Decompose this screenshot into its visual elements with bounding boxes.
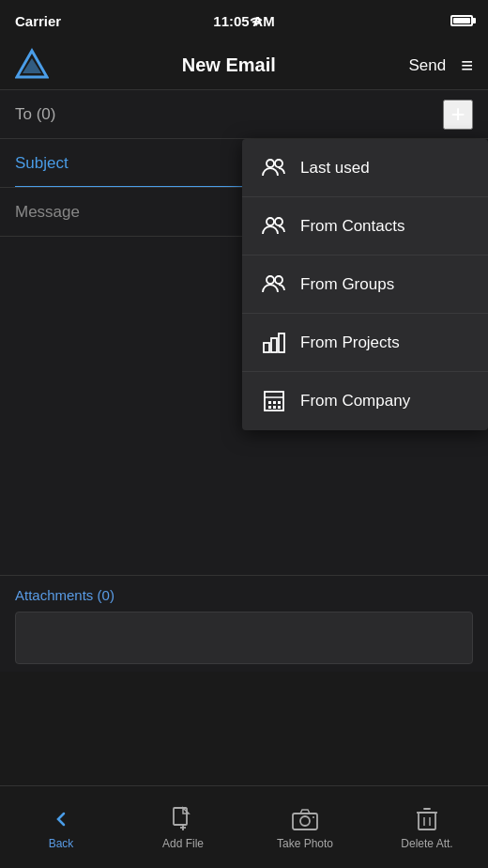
battery-icon [450, 15, 473, 26]
dropdown-item-label-from-projects: From Projects [300, 333, 400, 352]
attachments-label: Attachments (0) [15, 587, 114, 603]
camera-icon [291, 805, 319, 833]
back-icon [47, 805, 75, 833]
menu-icon[interactable]: ≡ [461, 54, 473, 78]
add-file-label: Add File [162, 837, 204, 850]
page-title: New Email [182, 54, 276, 76]
people-icon [261, 155, 287, 181]
to-label: To (0) [15, 105, 55, 124]
groups-icon [261, 271, 287, 298]
svg-rect-9 [271, 338, 277, 352]
dropdown-item-from-company[interactable]: From Company [242, 372, 488, 430]
projects-icon [261, 330, 287, 356]
dropdown-item-label-last-used: Last used [300, 159, 370, 178]
message-label: Message [15, 203, 80, 222]
add-recipient-button[interactable]: + [443, 100, 473, 130]
svg-point-3 [275, 160, 282, 167]
svg-rect-16 [268, 406, 271, 409]
svg-rect-25 [419, 813, 435, 829]
take-photo-label: Take Photo [277, 837, 333, 850]
add-file-button[interactable]: Add File [122, 805, 244, 850]
dropdown-item-from-contacts[interactable]: From Contacts [242, 197, 488, 256]
svg-rect-18 [278, 406, 281, 409]
svg-point-5 [275, 218, 282, 225]
back-label: Back [49, 837, 74, 850]
back-button[interactable]: Back [0, 805, 122, 850]
svg-rect-13 [268, 401, 271, 404]
svg-rect-8 [264, 343, 269, 352]
dropdown-item-from-projects[interactable]: From Projects [242, 314, 488, 372]
svg-rect-15 [278, 401, 281, 404]
attachments-section: Attachments (0) [0, 575, 488, 672]
dropdown-item-label-from-groups: From Groups [300, 275, 394, 294]
subject-label: Subject [15, 154, 69, 173]
recipient-dropdown: Last used From Contacts From Groups [242, 139, 488, 430]
status-bar: Carrier 11:05 AM [0, 0, 488, 41]
nav-bar: New Email Send ≡ [0, 41, 488, 90]
svg-point-2 [267, 160, 274, 167]
attachments-box [15, 612, 473, 664]
company-icon [261, 388, 287, 414]
svg-rect-10 [279, 333, 284, 352]
trash-icon [413, 805, 441, 833]
svg-point-23 [300, 816, 310, 826]
svg-rect-14 [273, 401, 276, 404]
to-row: To (0) + [0, 90, 488, 139]
send-button[interactable]: Send [408, 56, 446, 75]
svg-rect-17 [273, 406, 276, 409]
time-label: 11:05 AM [213, 13, 274, 29]
svg-point-7 [275, 276, 282, 284]
add-file-icon [169, 805, 197, 833]
svg-point-24 [313, 816, 314, 818]
contacts-icon [261, 213, 287, 240]
delete-att-label: Delete Att. [401, 837, 452, 850]
carrier-label: Carrier [15, 13, 61, 29]
logo-icon [15, 47, 49, 85]
email-form: To (0) + Subject Message Attachments (0)… [0, 90, 488, 672]
take-photo-button[interactable]: Take Photo [244, 805, 366, 850]
dropdown-item-last-used[interactable]: Last used [242, 139, 488, 197]
delete-attachment-button[interactable]: Delete Att. [366, 805, 488, 850]
dropdown-item-from-groups[interactable]: From Groups [242, 256, 488, 314]
dropdown-item-label-from-contacts: From Contacts [300, 217, 404, 236]
svg-point-6 [267, 276, 274, 284]
bottom-toolbar: Back Add File Take Photo [0, 785, 488, 868]
dropdown-item-label-from-company: From Company [300, 392, 410, 411]
svg-point-4 [267, 218, 274, 225]
